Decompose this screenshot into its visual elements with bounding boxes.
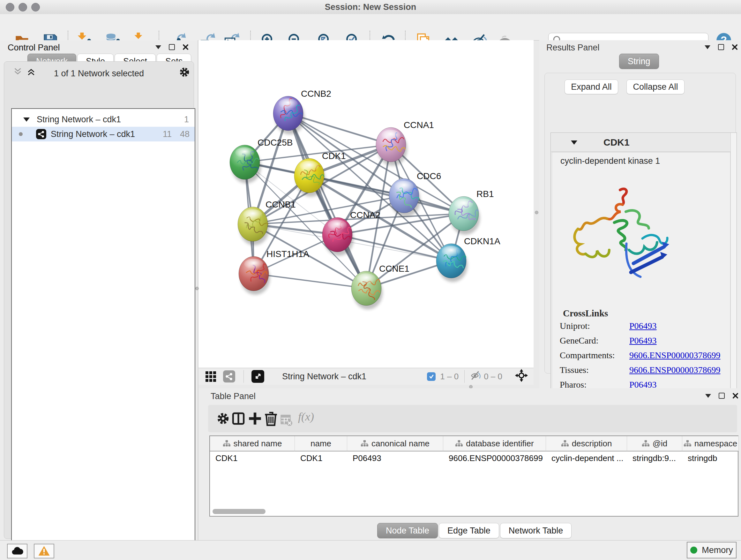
network-canvas[interactable]: CCNB2CCNA1CDC25BCDK1CDC6RB1CCNB1CCNA2CDK… [199, 40, 534, 368]
panel-float-icon[interactable] [719, 393, 725, 399]
network-view-title: String Network – cdk1 [282, 372, 366, 381]
function-builder-icon[interactable]: f(x) [298, 410, 333, 426]
network-node-rb1[interactable] [449, 196, 480, 235]
node-label-ccna2: CCNA2 [350, 210, 381, 220]
column-header-description[interactable]: description [546, 436, 627, 451]
panel-float-icon[interactable] [169, 44, 175, 50]
panel-close-icon[interactable] [732, 393, 738, 399]
network-node-cdc6[interactable] [389, 179, 420, 217]
crosslink-row: Compartments:9606.ENSP00000378699 [560, 350, 720, 361]
panel-close-icon[interactable] [183, 44, 189, 50]
column-header-namespace[interactable]: namespace [682, 436, 739, 451]
network-label: String Network – cdk1 [51, 129, 135, 139]
node-label-ccnb2: CCNB2 [301, 89, 331, 99]
node-label-cdc25b: CDC25B [258, 138, 293, 147]
detach-view-icon[interactable] [252, 370, 264, 383]
table-gear-icon[interactable] [215, 411, 231, 427]
panel-float-icon[interactable] [718, 44, 724, 50]
network-tree: String Network – cdk1 1 String Network –… [11, 108, 195, 560]
crosslink-label: GeneCard: [560, 335, 629, 346]
network-node-cdk1[interactable] [294, 159, 326, 197]
panel-collapse-icon[interactable] [704, 45, 711, 49]
node-label-cdk1: CDK1 [322, 151, 346, 161]
column-header-database-identifier[interactable]: database identifier [443, 436, 546, 451]
column-header-shared-name[interactable]: shared name [210, 436, 295, 451]
add-column-icon[interactable] [247, 411, 263, 427]
vertical-splitter-handle[interactable] [195, 287, 199, 290]
window-close-button[interactable] [6, 3, 14, 11]
delete-table-icon[interactable] [279, 413, 292, 426]
selected-checkbox-icon[interactable] [427, 372, 435, 381]
fit-content-crosshair-icon[interactable] [515, 368, 529, 385]
memory-button[interactable]: Memory [687, 542, 737, 558]
protein-structure-image [565, 181, 683, 293]
table-cell[interactable]: CDK1 [210, 451, 294, 465]
network-node-cdc25b[interactable] [230, 145, 261, 183]
control-panel-title-text: Control Panel [8, 43, 60, 53]
collection-caret-icon[interactable] [23, 118, 30, 122]
crosslink-row: GeneCard:P06493 [560, 335, 657, 346]
network-node-hist1h1a[interactable] [239, 256, 270, 295]
titlebar: Session: New Session [0, 0, 741, 14]
network-view-toolbar: String Network – cdk1 1 – 0 0 – 0 [199, 368, 534, 385]
tab-edge-table[interactable]: Edge Table [439, 523, 499, 538]
window-zoom-button[interactable] [31, 3, 40, 11]
status-bar: Memory [0, 540, 741, 560]
network-node-ccna2[interactable] [322, 217, 354, 256]
network-node-cdkn1a[interactable] [436, 244, 468, 282]
crosslink-value-link[interactable]: P06493 [629, 335, 657, 346]
show-columns-icon[interactable] [230, 411, 246, 427]
table-cell[interactable]: P06493 [347, 451, 443, 465]
warnings-button[interactable] [34, 544, 54, 558]
column-header--id[interactable]: @id [627, 436, 682, 451]
network-row[interactable]: String Network – cdk1 11 48 [12, 127, 195, 141]
hidden-eye-icon [470, 370, 481, 383]
birdseye-view-icon[interactable] [223, 370, 235, 382]
panel-collapse-icon[interactable] [705, 394, 711, 398]
network-node-ccnb2[interactable] [273, 96, 305, 134]
table-cell[interactable]: stringdb [682, 451, 738, 465]
node-label-ccna1: CCNA1 [404, 120, 434, 130]
tab-node-table[interactable]: Node Table [377, 523, 438, 538]
collapse-all-button[interactable]: Collapse All [626, 79, 684, 94]
results-vertical-scrollbar[interactable] [731, 133, 737, 402]
panel-close-icon[interactable] [732, 44, 738, 50]
crosslinks-heading: CrossLinks [563, 308, 608, 319]
control-panel: Control Panel Network Style Select Sets … [0, 40, 198, 540]
table-cell[interactable]: CDK1 [295, 451, 347, 465]
panel-collapse-icon[interactable] [155, 45, 161, 49]
crosslink-value-link[interactable]: 9606.ENSP00000378699 [629, 365, 720, 375]
cloud-icon [11, 545, 23, 557]
tab-string[interactable]: String [619, 54, 659, 69]
table-horizontal-scrollbar[interactable] [212, 509, 266, 514]
vertical-splitter-handle[interactable] [535, 211, 538, 214]
network-collection-row[interactable]: String Network – cdk1 1 [12, 112, 195, 127]
network-options-gear-icon[interactable] [179, 66, 191, 78]
node-label-rb1: RB1 [476, 189, 494, 199]
crosslink-row: Tissues:9606.ENSP00000378699 [560, 365, 720, 375]
view-grid-icon[interactable] [205, 371, 216, 382]
gene-section-header[interactable]: CDK1 [551, 133, 731, 152]
network-edge-count: 48 [180, 129, 190, 139]
table-cell[interactable]: cyclin-dependent ... [546, 451, 627, 465]
column-header-canonical-name[interactable]: canonical name [347, 436, 443, 451]
memory-status-dot-icon [690, 547, 697, 554]
tab-network-table[interactable]: Network Table [500, 523, 572, 538]
gene-details-scroll-area: CDK1 cyclin-dependent kinase 1 [550, 132, 737, 402]
table-cell[interactable]: 9606.ENSP00000378699 [443, 451, 546, 465]
cloud-status-button[interactable] [7, 544, 27, 558]
column-header-name[interactable]: name [295, 436, 347, 451]
delete-column-icon[interactable] [263, 411, 279, 427]
network-node-ccne1[interactable] [351, 271, 383, 309]
window-minimize-button[interactable] [18, 3, 27, 11]
node-label-cdc6: CDC6 [417, 171, 441, 181]
crosslink-label: Uniprot: [560, 321, 629, 331]
table-cell[interactable]: stringdb:9... [627, 451, 682, 465]
gene-caret-icon[interactable] [571, 140, 577, 145]
crosslink-value-link[interactable]: P06493 [629, 321, 657, 331]
crosslink-value-link[interactable]: 9606.ENSP00000378699 [629, 350, 720, 361]
crosslink-label: Compartments: [560, 350, 629, 361]
crosslink-label: Tissues: [560, 365, 629, 375]
expand-all-button[interactable]: Expand All [564, 79, 618, 94]
memory-label: Memory [702, 545, 733, 555]
